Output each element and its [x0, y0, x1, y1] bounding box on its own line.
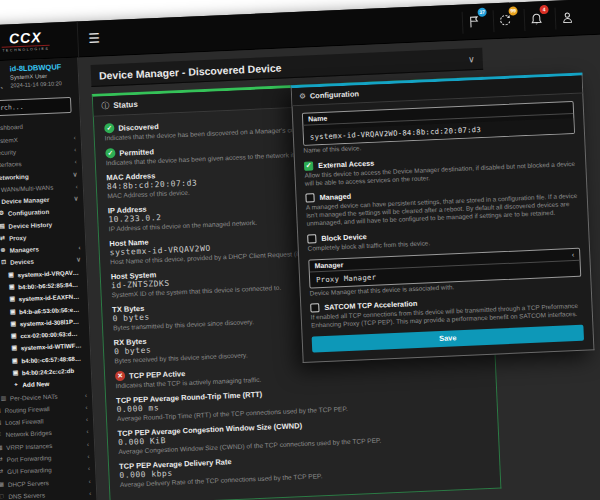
- user-block: X SYSTEMS id-8LDBWQUF SystemX User 2024-…: [0, 58, 79, 97]
- sidebar-item-label: systemx-id-VRQAV…: [17, 268, 78, 278]
- sidebar-item-label: ccx-02:00:00:63:d…: [20, 330, 78, 340]
- sidebar-item-label: SystemX: [0, 136, 18, 145]
- chevron-left-icon[interactable]: ‹: [71, 133, 75, 141]
- status-card-title: Status: [113, 100, 138, 110]
- chevron-left-icon[interactable]: ‹: [76, 244, 80, 252]
- stage: CCX TECHNOLOGIES ☰ 37 99: [0, 0, 600, 500]
- chevron-left-icon[interactable]: ‹: [72, 146, 76, 154]
- flag-icon: [468, 15, 482, 29]
- chevron-left-icon[interactable]: ‹: [85, 452, 89, 460]
- hamburger-menu-icon[interactable]: ☰: [88, 32, 100, 44]
- chevron-down-icon[interactable]: ∨: [468, 54, 475, 64]
- configuration-modal-body: NameName of this device.✓External Access…: [293, 94, 594, 362]
- sidebar-item-label: Routing Firewall: [4, 405, 49, 414]
- app-window: CCX TECHNOLOGIES ☰ 37 99: [0, 0, 600, 500]
- sidebar-item-label: b4:b-a6:53:0b:56:e…: [19, 305, 79, 315]
- dhcp-servers-icon: ▦: [0, 481, 5, 489]
- network-bridges-icon: ∷: [0, 432, 3, 440]
- sidebar-item-label: VRRP Instances: [6, 442, 52, 452]
- bell-icon: [530, 12, 544, 26]
- login-timestamp: 2024-11-14 09:10:20: [10, 80, 62, 89]
- sidebar-item-label: Add New: [22, 380, 49, 389]
- sync-icon: [499, 14, 513, 28]
- b4-b-a6-53-0b-56-e-icon: ▣: [9, 308, 16, 316]
- managers-icon: ⊚: [0, 247, 7, 255]
- sidebar-item-label: Device Manager: [1, 196, 49, 206]
- chevron-left-icon[interactable]: ‹: [83, 391, 87, 399]
- chevron-left-icon[interactable]: ‹: [572, 251, 575, 258]
- systemx-id-vrqav-icon: ▣: [7, 271, 14, 279]
- sidebar-item-label: b4:b0:-c6:57:48:68…: [21, 354, 81, 364]
- ccx-logo-subtext: TECHNOLOGIES: [2, 44, 49, 52]
- chevron-down-icon[interactable]: ∨: [71, 195, 78, 203]
- chevron-left-icon[interactable]: ‹: [87, 489, 91, 497]
- chevron-left-icon[interactable]: ‹: [86, 477, 90, 485]
- sidebar-item-label: Network Bridges: [5, 429, 51, 439]
- user-meta: id-8LDBWQUF SystemX User 2024-11-14 09:1…: [9, 63, 62, 88]
- dns-servers-icon: □: [0, 493, 5, 500]
- sidebar-item-label: Devices: [10, 258, 34, 267]
- per-device-nats-icon: ▥: [0, 394, 7, 402]
- configuration-modal-title: Configuration: [310, 89, 360, 100]
- search-input[interactable]: [0, 97, 72, 117]
- x-circle-icon: ✕: [115, 371, 125, 381]
- config-item-manager: Manager‹Proxy ManagerDevice Manager that…: [308, 247, 581, 297]
- sidebar-item-label: GUI Forwarding: [7, 466, 52, 475]
- bell-badge: 4: [539, 4, 548, 13]
- user-button[interactable]: [554, 6, 579, 29]
- sidebar-item-label: systemx-id-WTlWF…: [21, 342, 82, 352]
- flag-button[interactable]: 37: [462, 10, 487, 33]
- systemx-id-wtlwf-icon: ▣: [11, 345, 18, 353]
- save-button[interactable]: Save: [312, 325, 584, 353]
- chevron-left-icon[interactable]: ‹: [73, 182, 77, 190]
- flag-badge: 37: [477, 7, 486, 16]
- notifications-button[interactable]: 4: [524, 7, 549, 30]
- chevron-down-icon[interactable]: ∨: [74, 256, 81, 264]
- configuration-modal: ⚙ Configuration NameName of this device.…: [291, 72, 595, 362]
- chevron-left-icon[interactable]: ‹: [84, 428, 88, 436]
- routing-firewall-icon: ▤: [0, 407, 2, 415]
- external-access-checkbox[interactable]: ✓: [304, 161, 313, 170]
- chevron-left-icon[interactable]: ‹: [72, 158, 76, 166]
- gui-forwarding-icon: ⇄: [0, 468, 4, 476]
- configuration-icon: ⚙: [0, 210, 5, 218]
- systemx-logo-subtext: SYSTEMS: [0, 86, 7, 91]
- port-forwarding-icon: ⇄: [0, 456, 4, 464]
- config-item-name: NameName of this device.: [302, 101, 576, 155]
- sidebar-item-label: Per-Device NATs: [10, 392, 58, 402]
- sidebar-item-label: Proxy: [9, 234, 27, 242]
- sidebar-item-label: Dashboard: [0, 123, 23, 132]
- status-field-label: Permitted: [119, 147, 154, 158]
- sync-button[interactable]: 99: [493, 9, 518, 32]
- chevron-left-icon[interactable]: ‹: [83, 403, 87, 411]
- proxy-icon: ⇄: [0, 235, 6, 243]
- chevron-down-icon[interactable]: ∨: [70, 170, 77, 178]
- sidebar-item-label: Configuration: [8, 208, 50, 217]
- toolbar-icons: 37 99 4: [462, 6, 580, 33]
- systemx-id-eaxfn-icon: ▣: [9, 296, 16, 304]
- user-icon: [561, 11, 575, 25]
- status-field-label: Discovered: [118, 122, 159, 133]
- sidebar-item-label: DHCP Servers: [8, 479, 49, 488]
- managed-checkbox[interactable]: [305, 194, 314, 203]
- sidebar-item-label: DNS Servers: [8, 491, 45, 500]
- chevron-left-icon[interactable]: ‹: [84, 416, 88, 424]
- page-title: Device Manager - Discovered Device: [99, 61, 282, 81]
- checkbox-label: Managed: [319, 192, 351, 202]
- satcom-tcp-acceleration-checkbox[interactable]: [310, 304, 319, 313]
- sidebar-item-label: Networking: [0, 172, 29, 181]
- sidebar-item-label: Port Forwarding: [7, 454, 52, 463]
- systemx-id-308l1p-icon: ▣: [10, 320, 17, 328]
- config-item-block-device: Block DeviceCompletely block all traffic…: [307, 223, 580, 253]
- sync-badge: 99: [508, 6, 517, 15]
- chevron-left-icon[interactable]: ‹: [85, 440, 89, 448]
- block-device-checkbox[interactable]: [307, 234, 316, 243]
- device-history-icon: ▤: [0, 222, 6, 230]
- config-item-external-access: ✓External AccessAllow this device to acc…: [304, 150, 577, 187]
- add-new-icon: +: [12, 382, 19, 390]
- check-circle-icon: ✓: [104, 123, 114, 133]
- chevron-left-icon[interactable]: ‹: [86, 465, 90, 473]
- b4-b0-b6-52-85-84-icon: ▣: [8, 283, 15, 291]
- sidebar-item-label: Managers: [9, 246, 39, 255]
- ccx-logo-text: CCX: [9, 31, 42, 45]
